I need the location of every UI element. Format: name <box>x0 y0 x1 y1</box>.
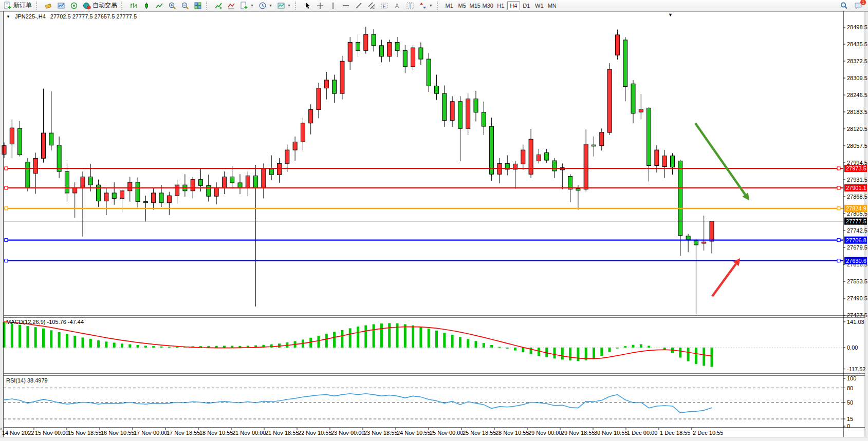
bar-chart-button[interactable] <box>127 1 140 11</box>
candle <box>372 34 376 46</box>
line-handle[interactable] <box>837 239 840 242</box>
timeframe-W1[interactable]: W1 <box>533 1 546 10</box>
timeframe-D1[interactable]: D1 <box>520 1 533 10</box>
timeframe-M1[interactable]: M1 <box>443 1 456 10</box>
zoom-in-button[interactable] <box>166 1 178 11</box>
line-chart-button[interactable] <box>153 1 165 11</box>
candle <box>364 34 368 50</box>
chart-area[interactable]: MACD(12,26,9) -105.76 -47.44RSI(14) 38.4… <box>0 0 868 441</box>
candle <box>615 35 619 55</box>
candle-chart-button[interactable] <box>140 1 153 11</box>
vertical-line-icon <box>329 2 337 10</box>
time-tick-label: 29 Nov 18:55 <box>561 430 595 436</box>
candle <box>631 84 635 113</box>
auto-trading-label: 自动交易 <box>93 1 117 10</box>
indicators-button[interactable] <box>212 1 225 11</box>
svg-text:27824.9: 27824.9 <box>846 205 866 212</box>
line-handle[interactable] <box>837 167 840 170</box>
time-tick-label: 14 Nov 2022 <box>2 430 34 436</box>
shapes-tool-button[interactable]: ▼ <box>417 1 435 11</box>
horizontal-line-icon <box>342 2 350 10</box>
chart-properties-button[interactable]: ▼ <box>275 1 293 11</box>
text-tool-button[interactable]: A <box>391 1 403 11</box>
macd-axis-label: 0.00 <box>847 344 858 351</box>
horizontal-line-tool-button[interactable] <box>340 1 352 11</box>
trendline-tool-button[interactable] <box>353 1 365 11</box>
candle <box>254 176 258 188</box>
candle <box>623 40 627 87</box>
price-tick-label: 28498.5 <box>847 24 867 30</box>
candle <box>435 86 439 93</box>
time-tick-label: 30 Nov 10:55 <box>594 430 627 436</box>
candle <box>607 69 612 132</box>
candle <box>647 108 651 165</box>
channel-tool-button[interactable]: E <box>365 1 378 11</box>
line-handle[interactable] <box>5 239 8 242</box>
timeframe-H4[interactable]: H4 <box>507 1 520 10</box>
line-handle[interactable] <box>837 207 840 210</box>
time-tick-label: 22 Nov 10:55 <box>298 430 331 436</box>
timeframe-M15[interactable]: M15 <box>469 1 482 10</box>
auto-trading-button[interactable]: 自动交易 <box>81 1 119 11</box>
chart-symbol-period: JPN225-,H4 <box>15 13 46 20</box>
line-handle[interactable] <box>837 259 840 262</box>
charts-button[interactable] <box>55 1 67 11</box>
timeframe-MN[interactable]: MN <box>546 1 559 10</box>
indicator-list-button[interactable] <box>225 1 237 11</box>
line-handle[interactable] <box>837 186 840 189</box>
crosshair-icon <box>316 2 324 10</box>
title-caret-icon[interactable]: ▼ <box>6 14 10 19</box>
crosshair-tool-button[interactable] <box>314 1 326 11</box>
candle <box>42 133 46 158</box>
chat-button[interactable]: 1 <box>852 1 864 11</box>
timeframe-M5[interactable]: M5 <box>456 1 469 10</box>
new-order-button[interactable]: 新订单 <box>2 1 34 11</box>
candle <box>2 146 6 155</box>
label-tool-button[interactable]: T <box>404 1 416 11</box>
quotes-icon <box>44 2 52 10</box>
line-chart-icon <box>155 2 163 10</box>
periods-button[interactable]: ▼ <box>256 1 274 11</box>
candle-chart-icon <box>142 2 151 10</box>
svg-text:T: T <box>408 3 412 9</box>
candle <box>348 43 352 62</box>
timeframe-H1[interactable]: H1 <box>494 1 507 10</box>
templates-button[interactable]: ▼ <box>238 1 256 11</box>
line-handle[interactable] <box>5 259 8 262</box>
zoom-out-button[interactable] <box>179 1 191 11</box>
templates-icon <box>240 2 248 10</box>
candle <box>293 142 297 150</box>
candle <box>136 182 140 202</box>
charts-icon <box>57 2 65 10</box>
price-tag-27630.6: 27630.6 <box>844 257 867 264</box>
vertical-line-tool-button[interactable] <box>327 1 339 11</box>
search-button[interactable] <box>838 1 850 11</box>
candle <box>395 43 399 51</box>
timeframe-M30[interactable]: M30 <box>482 1 494 10</box>
candle <box>152 193 156 203</box>
price-tag-27777.5: 27777.5 <box>844 218 867 225</box>
fibonacci-tool-button[interactable]: F <box>378 1 391 11</box>
chart-menu-caret-icon[interactable]: ▼ <box>668 12 673 17</box>
macd-axis-label: -117.52 <box>847 366 866 372</box>
line-handle[interactable] <box>5 186 8 189</box>
price-tag-27824.9: 27824.9 <box>844 205 867 212</box>
tile-windows-icon <box>194 2 202 10</box>
price-tag-27901.1: 27901.1 <box>844 184 867 191</box>
time-tick-label: 25 Nov 00:00 <box>430 430 463 436</box>
quotes-button[interactable] <box>42 1 54 11</box>
line-handle[interactable] <box>5 207 8 210</box>
signals-button[interactable] <box>68 1 80 11</box>
line-handle[interactable] <box>5 167 8 170</box>
svg-text:27973.5: 27973.5 <box>846 165 866 171</box>
candle <box>482 112 486 126</box>
price-tag-27706.8: 27706.8 <box>844 237 867 244</box>
candle <box>120 191 124 199</box>
candle <box>379 46 383 56</box>
tile-windows-button[interactable] <box>192 1 204 11</box>
candle <box>490 126 494 174</box>
price-tick-label: 27868.5 <box>847 194 867 200</box>
dropdown-caret-icon: ▼ <box>429 4 433 7</box>
cursor-tool-button[interactable] <box>301 1 313 11</box>
time-tick-label: 1 Dec 00:00 <box>627 430 657 436</box>
